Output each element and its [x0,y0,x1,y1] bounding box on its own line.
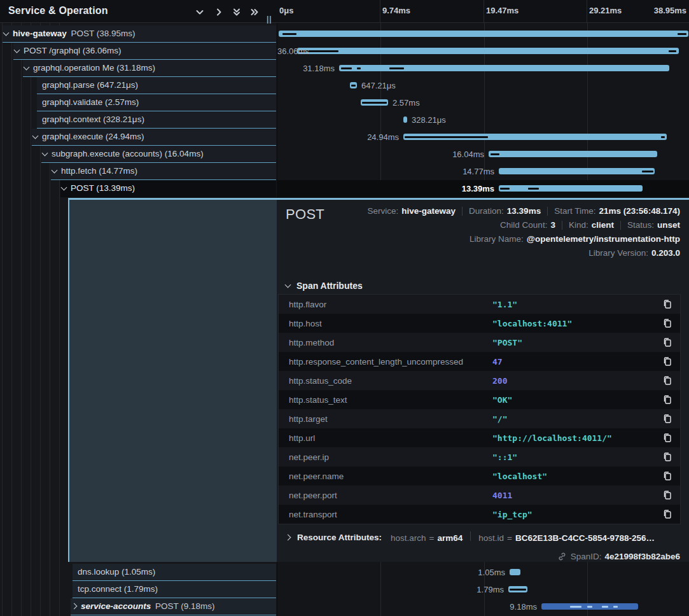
resource-value: arm64 [437,533,463,543]
meta-label: Library Version: [588,246,648,260]
copy-icon[interactable] [662,337,672,347]
attribute-key: net.peer.name [289,472,344,481]
meta-separator [562,221,562,230]
span-tree-row[interactable]: POST (13.39ms) [60,180,276,197]
span-tree-row[interactable]: service-accounts POST (9.18ms) [71,598,276,615]
span-tree-row[interactable]: POST /graphql (36.06ms) [13,43,276,60]
attribute-value: "localhost" [492,472,547,481]
attribute-row: http.status_text"OK" [279,390,680,409]
resource-attributes-toggle[interactable]: Resource Attributes: host.arch=arm64host… [286,529,655,545]
trace-viewer: hive-gateway POST (38.95ms)POST /graphql… [0,0,689,616]
copy-icon[interactable] [662,452,672,462]
span-duration-bar[interactable] [350,82,357,88]
attribute-value: "OK" [492,395,512,405]
span-tree-row-label: hive-gateway POST (38.95ms) [13,25,136,42]
copy-icon[interactable] [662,395,672,405]
attribute-key: net.transport [289,510,337,519]
chevron-down-icon[interactable] [61,185,67,191]
meta-separator [462,207,463,216]
span-meta-line: Child Count:3Kind:clientStatus:unset [367,218,680,232]
meta-separator [620,221,621,230]
chevron-down-icon[interactable] [193,6,206,18]
span-duration-label: 24.94ms [277,129,399,146]
span-duration-bar[interactable] [499,185,643,192]
span-tree-row-label: subgraph.execute (accounts) (16.04ms) [52,146,204,162]
copy-icon[interactable] [662,509,672,519]
double-chevron-right-icon[interactable] [248,6,261,18]
indent-guide [11,23,12,616]
link-icon[interactable] [557,552,567,561]
span-duration-label: 647.21μs [361,77,396,94]
span-tree-row[interactable]: graphql.context (328.21μs) [37,111,276,129]
span-tree-row[interactable]: dns.lookup (1.05ms) [73,564,276,581]
span-duration-bar[interactable] [510,569,520,575]
span-duration-bar[interactable] [279,31,688,37]
ruler-tick-label: 29.21ms [589,6,622,15]
chevron-down-icon[interactable] [24,64,30,71]
child-span-mark [351,85,356,87]
span-duration-bar[interactable] [361,99,388,106]
chevron-down-icon[interactable] [52,167,58,174]
chevron-down-icon[interactable] [32,133,39,139]
span-attributes-toggle[interactable]: Span Attributes [286,281,363,291]
span-duration-bar[interactable] [489,151,657,157]
span-tree-row[interactable]: http.fetch (14.77ms) [51,163,276,180]
meta-value: 0.203.0 [651,246,680,260]
chevron-down-icon[interactable] [42,150,48,157]
span-tree-row[interactable]: hive-gateway POST (38.95ms) [3,25,276,43]
attribute-key: http.host [289,319,322,328]
span-meta: Service:hive-gatewayDuration:13.39msStar… [367,204,680,260]
double-chevron-down-icon[interactable] [230,6,243,18]
span-duration-bar[interactable] [297,48,679,54]
span-duration-bar[interactable] [403,116,407,123]
copy-icon[interactable] [662,356,672,367]
ruler-tick-label: 0μs [279,6,293,15]
copy-icon[interactable] [662,433,672,443]
span-duration-bar[interactable] [339,65,669,71]
child-span-mark [642,171,653,172]
attribute-key: http.url [289,433,315,443]
resource-value: BC62E13B-C4CC-5854-9788-256… [515,533,655,543]
ruler-gridline [380,0,380,23]
child-span-mark [669,50,676,52]
copy-icon[interactable] [662,375,672,386]
span-attributes-title: Span Attributes [296,281,363,291]
attribute-value: 47 [492,357,503,367]
span-duration-bar[interactable] [403,134,667,140]
span-tree-row[interactable]: graphql.parse (647.21μs) [37,77,276,94]
attribute-value: 200 [492,376,507,386]
span-tree-row[interactable]: graphql.operation Me (31.18ms) [23,60,276,77]
child-span-mark [613,606,618,608]
span-duration-bar[interactable] [541,603,638,610]
child-span-mark [341,67,352,69]
indent-guide [31,23,31,616]
span-tree-row[interactable]: graphql.validate (2.57ms) [37,94,276,111]
child-span-mark [357,67,361,69]
meta-label: Child Count: [500,218,547,232]
child-span-mark [602,606,608,608]
copy-icon[interactable] [662,299,672,309]
copy-icon[interactable] [662,471,672,481]
span-tree-row-label: graphql.context (328.21μs) [42,111,144,128]
timeline-row: 31.18ms [277,60,689,77]
chevron-down-icon[interactable] [3,30,10,36]
copy-icon[interactable] [662,414,672,424]
span-tree-row[interactable]: subgraph.execute (accounts) (16.04ms) [41,146,276,163]
copy-icon[interactable] [662,490,672,500]
chevron-down-icon[interactable] [14,47,20,53]
span-duration-bar[interactable] [508,586,527,592]
meta-value: client [592,218,614,232]
panel-resize-handle[interactable]: || [267,15,275,24]
ruler-tick-label: 9.74ms [382,6,410,15]
copy-icon[interactable] [662,318,672,328]
chevron-right-icon[interactable] [71,603,78,610]
timeline-row: 9.18ms [277,598,689,615]
timeline-row: 24.94ms [277,129,689,146]
service-operation-title: Service & Operation [8,5,108,17]
span-duration-bar[interactable] [499,168,655,174]
timeline-row [277,25,689,43]
span-tree-row[interactable]: graphql.execute (24.94ms) [32,129,276,146]
chevron-right-icon[interactable] [212,6,225,18]
child-span-mark [587,606,592,608]
span-tree-row[interactable]: tcp.connect (1.79ms) [73,581,276,598]
